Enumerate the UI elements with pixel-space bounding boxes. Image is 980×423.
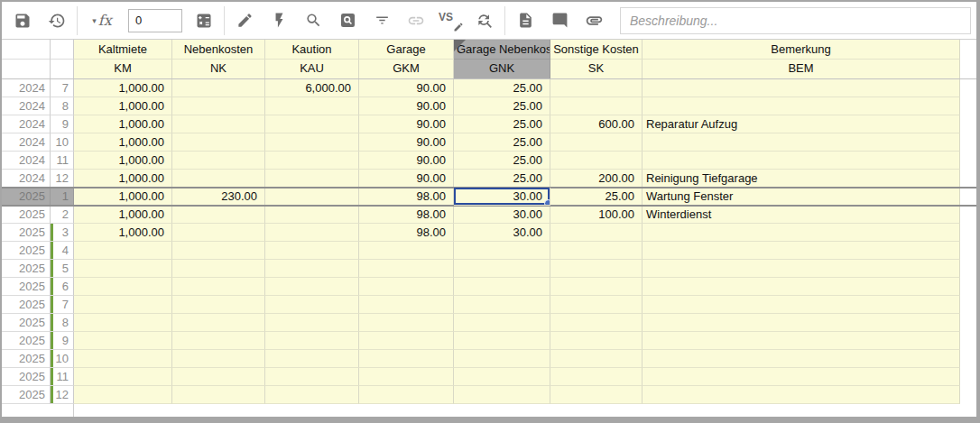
cell-kaltmiete[interactable] (74, 296, 172, 314)
cell-bemerkung[interactable] (643, 296, 960, 314)
cell-sonstige-kosten[interactable] (550, 368, 643, 386)
find-replace-button[interactable] (467, 5, 502, 36)
column-header-kaltmiete[interactable]: Kaltmiete (74, 40, 172, 60)
cell-garage[interactable]: 90.00 (359, 133, 454, 152)
row-header-year[interactable]: 2025 (2, 350, 51, 368)
row-header-month[interactable]: 8 (51, 97, 74, 115)
cell-garage-nebenkosten[interactable] (454, 314, 550, 332)
cell-sonstige-kosten[interactable] (550, 79, 643, 97)
cell-kaltmiete[interactable]: 1,000.00 (74, 79, 172, 97)
cell-garage[interactable]: 90.00 (359, 79, 454, 97)
cell-bemerkung[interactable] (643, 97, 960, 115)
cell-garage[interactable]: 90.00 (359, 97, 454, 115)
column-header-garage[interactable]: Garage (359, 40, 454, 60)
cell-garage-nebenkosten[interactable]: 25.00 (454, 97, 550, 115)
cell-bemerkung[interactable] (643, 350, 960, 368)
cell-nebenkosten[interactable] (172, 152, 265, 170)
vs-edit-button[interactable]: VS (433, 5, 467, 36)
cell-sonstige-kosten[interactable] (550, 242, 643, 260)
cell-sonstige-kosten[interactable]: 25.00 (550, 188, 643, 206)
cell-kaltmiete[interactable]: 1,000.00 (74, 133, 172, 152)
cell-garage-nebenkosten[interactable] (454, 278, 550, 296)
cell-garage-nebenkosten[interactable] (454, 386, 550, 404)
link-button[interactable] (399, 5, 433, 36)
row-header-year[interactable]: 2024 (2, 115, 51, 133)
filter-button[interactable] (365, 5, 399, 36)
cell-garage-nebenkosten[interactable] (454, 368, 550, 386)
row-header-year[interactable]: 2025 (2, 260, 51, 278)
cell-garage-nebenkosten[interactable] (454, 296, 550, 314)
cell-garage[interactable] (359, 386, 454, 404)
row-header-month[interactable]: 4 (51, 242, 74, 260)
cell-kaution[interactable] (265, 260, 359, 278)
cell-garage-nebenkosten[interactable]: 30.00 (454, 224, 550, 242)
cell-kaltmiete[interactable] (74, 386, 172, 404)
calculator-button[interactable] (187, 5, 221, 36)
cell-nebenkosten[interactable] (172, 296, 265, 314)
cell-kaltmiete[interactable] (74, 368, 172, 386)
cell-kaution[interactable] (265, 133, 359, 152)
row-header-year[interactable]: 2025 (2, 386, 51, 404)
row-header-month[interactable]: 12 (51, 170, 74, 188)
column-header-sonstige-kosten[interactable]: Sonstige Kosten (550, 40, 643, 60)
row-header-month[interactable]: 1 (51, 188, 74, 206)
formula-dropdown-button[interactable]: ▾ fx (80, 5, 124, 36)
cell-garage-nebenkosten[interactable]: 25.00 (454, 170, 550, 188)
cell-garage-nebenkosten[interactable] (454, 332, 550, 350)
cell-kaltmiete[interactable]: 1,000.00 (74, 170, 172, 188)
cell-kaltmiete[interactable] (74, 350, 172, 368)
column-code-bem[interactable]: BEM (643, 60, 960, 78)
document-button[interactable] (508, 5, 542, 36)
cell-garage[interactable]: 98.00 (359, 188, 454, 206)
column-header-bemerkung[interactable]: Bemerkung (643, 40, 960, 60)
row-header-month[interactable]: 10 (51, 350, 74, 368)
column-code-gkm[interactable]: GKM (359, 60, 454, 78)
cell-garage[interactable]: 98.00 (359, 224, 454, 242)
cell-kaution[interactable] (265, 296, 359, 314)
cell-kaution[interactable] (265, 350, 359, 368)
cell-garage[interactable] (359, 350, 454, 368)
cell-bemerkung[interactable]: Wartung Fenster (643, 188, 960, 206)
brush-button[interactable] (227, 5, 262, 36)
row-header-month[interactable]: 11 (51, 368, 74, 386)
cell-nebenkosten[interactable] (172, 133, 265, 152)
number-input[interactable] (128, 9, 182, 32)
cell-garage[interactable] (359, 368, 454, 386)
row-header-year[interactable]: 2024 (2, 133, 51, 152)
cell-sonstige-kosten[interactable]: 600.00 (550, 115, 643, 133)
cell-bemerkung[interactable] (643, 242, 960, 260)
cell-kaltmiete[interactable] (74, 242, 172, 260)
cell-kaltmiete[interactable]: 1,000.00 (74, 152, 172, 170)
row-header-month[interactable]: 12 (51, 386, 74, 404)
column-header-garage-nebenkosten[interactable]: Garage Nebenkosten (454, 40, 550, 60)
row-header-month[interactable]: 5 (51, 260, 74, 278)
cell-kaution[interactable] (265, 97, 359, 115)
search-in-document-button[interactable] (330, 5, 365, 36)
cell-bemerkung[interactable] (643, 133, 960, 152)
save-button[interactable] (5, 5, 40, 36)
cell-kaution[interactable] (265, 314, 359, 332)
row-header-month[interactable]: 7 (51, 79, 74, 97)
row-header-month[interactable]: 6 (51, 278, 74, 296)
cell-sonstige-kosten[interactable] (550, 314, 643, 332)
row-header-year[interactable]: 2025 (2, 278, 51, 296)
search-button[interactable] (296, 5, 330, 36)
cell-nebenkosten[interactable] (172, 242, 265, 260)
cell-sonstige-kosten[interactable] (550, 260, 643, 278)
row-header-month[interactable]: 8 (51, 314, 74, 332)
cell-garage-nebenkosten[interactable] (454, 350, 550, 368)
column-header-nebenkosten[interactable]: Nebenkosten (172, 40, 265, 60)
cell-kaution[interactable] (265, 224, 359, 242)
row-header-month[interactable]: 3 (51, 224, 74, 242)
row-header-year[interactable]: 2024 (2, 152, 51, 170)
column-code-nk[interactable]: NK (172, 60, 265, 78)
cell-bemerkung[interactable]: Reparatur Aufzug (643, 115, 960, 133)
cell-kaltmiete[interactable]: 1,000.00 (74, 206, 172, 224)
cell-sonstige-kosten[interactable] (550, 97, 643, 115)
cell-bemerkung[interactable]: Reinigung Tiefgarage (643, 170, 960, 188)
cell-kaution[interactable] (265, 368, 359, 386)
cell-garage[interactable]: 90.00 (359, 170, 454, 188)
cell-nebenkosten[interactable] (172, 314, 265, 332)
comment-button[interactable] (542, 5, 577, 36)
cell-kaltmiete[interactable]: 1,000.00 (74, 97, 172, 115)
